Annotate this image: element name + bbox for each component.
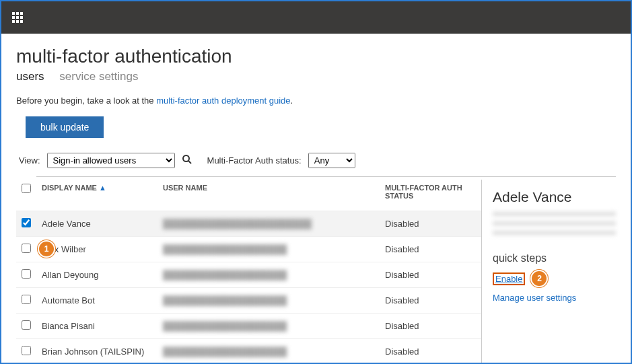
- table-row[interactable]: Allan Deyoung████████████████████Disable…: [16, 262, 481, 288]
- view-select[interactable]: Sign-in allowed users: [47, 153, 175, 168]
- col-mfa-status[interactable]: MULTI-FACTOR AUTH STATUS: [380, 177, 481, 211]
- svg-rect-8: [20, 20, 23, 23]
- row-checkbox[interactable]: [22, 295, 31, 304]
- table-row[interactable]: Adele Vance████████████████████████Disab…: [16, 211, 481, 237]
- table-row[interactable]: Bianca Pisani████████████████████Disable…: [16, 314, 481, 339]
- cell-status: Disabled: [380, 339, 481, 365]
- cell-status: Disabled: [380, 211, 481, 237]
- detail-pane: Adele Vance quick steps Enable 2 Manage …: [481, 180, 616, 364]
- top-bar: [1, 1, 631, 34]
- bulk-update-button[interactable]: bulk update: [26, 116, 104, 138]
- table-row[interactable]: Brian Johnson (TAILSPIN)████████████████…: [16, 339, 481, 365]
- app-launcher-icon[interactable]: [7, 7, 28, 28]
- callout-1: 1: [39, 242, 54, 256]
- svg-rect-1: [16, 12, 19, 15]
- svg-rect-7: [16, 20, 19, 23]
- row-checkbox[interactable]: [22, 218, 31, 227]
- cell-status: Disabled: [380, 237, 481, 262]
- deployment-guide-link[interactable]: multi-factor auth deployment guide: [156, 96, 290, 106]
- cell-user-name: ████████████████████: [157, 288, 380, 314]
- col-display-name[interactable]: DISPLAY NAME ▲: [36, 177, 157, 211]
- cell-display-name: Bianca Pisani: [36, 314, 157, 339]
- filter-bar: View: Sign-in allowed users Multi-Factor…: [16, 153, 616, 168]
- svg-rect-0: [12, 12, 15, 15]
- cell-user-name: ████████████████████: [157, 237, 380, 262]
- quick-steps-heading: quick steps: [493, 252, 616, 264]
- cell-status: Disabled: [380, 288, 481, 314]
- tabs: users service settings: [16, 70, 616, 83]
- svg-rect-3: [12, 16, 15, 19]
- svg-line-10: [188, 161, 191, 163]
- intro-text: Before you begin, take a look at the mul…: [16, 96, 616, 106]
- search-icon[interactable]: [182, 154, 192, 167]
- callout-2: 2: [532, 271, 547, 286]
- row-checkbox[interactable]: [22, 346, 31, 355]
- cell-user-name: ████████████████████: [157, 339, 380, 365]
- tab-service-settings[interactable]: service settings: [59, 70, 138, 83]
- tab-users[interactable]: users: [16, 70, 44, 83]
- row-checkbox[interactable]: [22, 320, 31, 330]
- svg-rect-2: [20, 12, 23, 15]
- cell-display-name: Automate Bot: [36, 288, 157, 314]
- cell-display-name: Alex Wilber: [36, 237, 157, 262]
- intro-suffix: .: [291, 96, 293, 106]
- detail-user-info: [493, 212, 616, 240]
- manage-user-settings-link[interactable]: Manage user settings: [493, 293, 576, 303]
- svg-rect-6: [12, 20, 15, 23]
- cell-display-name: Adele Vance: [36, 211, 157, 237]
- cell-status: Disabled: [380, 262, 481, 288]
- row-checkbox[interactable]: [22, 269, 31, 279]
- status-label: Multi-Factor Auth status:: [207, 155, 302, 166]
- svg-rect-4: [16, 16, 19, 19]
- row-checkbox[interactable]: [22, 244, 31, 253]
- table-row[interactable]: Alex Wilber████████████████████Disabled: [16, 237, 481, 262]
- cell-user-name: ████████████████████: [157, 314, 380, 339]
- view-label: View:: [19, 155, 40, 166]
- table-row[interactable]: Automate Bot████████████████████Disabled: [16, 288, 481, 314]
- cell-display-name: Allan Deyoung: [36, 262, 157, 288]
- select-all-checkbox[interactable]: [22, 184, 31, 193]
- enable-link[interactable]: Enable: [493, 272, 525, 285]
- cell-user-name: ████████████████████: [157, 262, 380, 288]
- detail-user-name: Adele Vance: [493, 189, 616, 205]
- svg-point-9: [183, 155, 189, 161]
- sort-asc-icon: ▲: [99, 184, 106, 192]
- intro-prefix: Before you begin, take a look at the: [16, 96, 156, 106]
- col-user-name[interactable]: USER NAME: [157, 177, 380, 211]
- svg-rect-5: [20, 16, 23, 19]
- cell-user-name: ████████████████████████: [157, 211, 380, 237]
- users-table: DISPLAY NAME ▲ USER NAME MULTI-FACTOR AU…: [16, 177, 481, 364]
- cell-status: Disabled: [380, 314, 481, 339]
- page-title: multi-factor authentication: [16, 46, 616, 67]
- status-select[interactable]: Any: [308, 153, 355, 168]
- cell-display-name: Brian Johnson (TAILSPIN): [36, 339, 157, 365]
